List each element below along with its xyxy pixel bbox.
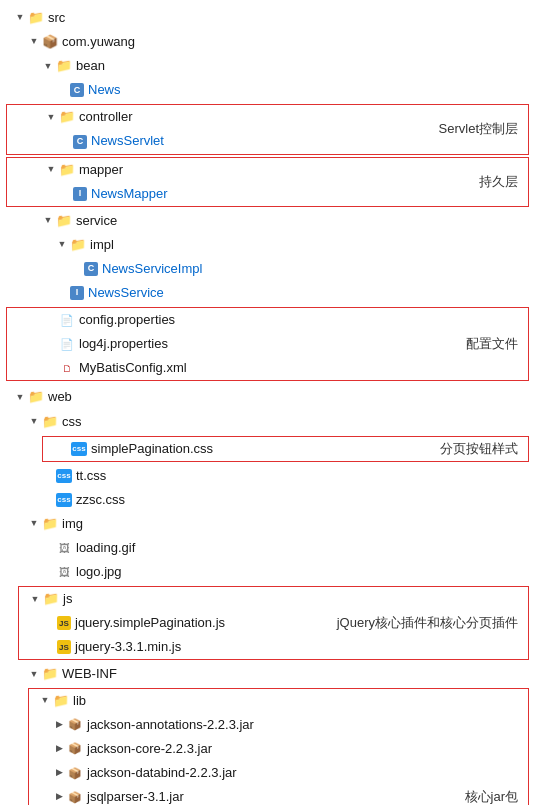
label-jackson-core: jackson-core-2.2.3.jar xyxy=(87,738,212,760)
spacer-ttcss xyxy=(42,468,54,484)
tree-item-js[interactable]: 📁 js xyxy=(19,587,528,611)
tree-item-web[interactable]: 📁 web xyxy=(4,385,531,409)
label-jquerypagination: jquery.simplePagination.js xyxy=(75,612,225,634)
folder-icon-web: 📁 xyxy=(28,389,44,405)
spacer-mbc xyxy=(45,360,57,376)
folder-icon-bean: 📁 xyxy=(56,58,72,74)
tree-item-mapper[interactable]: 📁 mapper xyxy=(7,158,528,182)
folder-icon-webinf: 📁 xyxy=(42,666,58,682)
arrow-img xyxy=(28,516,40,532)
tree-item-jackson-core[interactable]: 📦 jackson-core-2.2.3.jar xyxy=(29,737,528,761)
tree-item-config-props[interactable]: 📄 config.properties xyxy=(7,308,528,332)
controller-group: 📁 controller C NewsServlet Servlet控制层 xyxy=(6,104,529,154)
folder-icon-mapper: 📁 xyxy=(59,162,75,178)
arrow-web xyxy=(14,389,26,405)
tree-item-jackson-annotations[interactable]: 📦 jackson-annotations-2.2.3.jar xyxy=(29,713,528,737)
spacer-nsimpl xyxy=(70,261,82,277)
js-group: 📁 js JS jquery.simplePagination.js JS jq… xyxy=(18,586,529,660)
label-config-props: config.properties xyxy=(79,309,175,331)
spacer-spc xyxy=(57,441,69,457)
lib-group: 📁 lib 📦 jackson-annotations-2.2.3.jar 📦 … xyxy=(28,688,529,805)
arrow-src xyxy=(14,10,26,26)
project-tree: 📁 src 📦 com.yuwang 📁 bean C News 📁 contr… xyxy=(0,0,535,805)
label-src: src xyxy=(48,7,65,29)
folder-icon-lib: 📁 xyxy=(53,693,69,709)
tree-item-simplepagination[interactable]: css simplePagination.css xyxy=(43,437,528,461)
tree-item-img[interactable]: 📁 img xyxy=(4,512,531,536)
label-lib: lib xyxy=(73,690,86,712)
label-controller: controller xyxy=(79,106,132,128)
spacer-news xyxy=(56,82,68,98)
spacer-jq331 xyxy=(43,639,55,655)
tree-item-zzsccss[interactable]: css zzsc.css xyxy=(4,488,531,512)
class-icon-nsimpl: C xyxy=(84,262,98,276)
spacer-newsservlet xyxy=(59,134,71,150)
tree-item-service[interactable]: 📁 service xyxy=(4,209,531,233)
interface-icon-ns: I xyxy=(70,286,84,300)
arrow-impl xyxy=(56,237,68,253)
label-logo: logo.jpg xyxy=(76,561,122,583)
tree-item-jackson-databind[interactable]: 📦 jackson-databind-2.2.3.jar xyxy=(29,761,528,785)
class-icon-news: C xyxy=(70,83,84,97)
tree-item-log4j-props[interactable]: 📄 log4j.properties xyxy=(7,332,528,356)
tree-item-jquery331[interactable]: JS jquery-3.3.1.min.js xyxy=(19,635,528,659)
tree-item-mybatisconfig[interactable]: 🗋 MyBatisConfig.xml xyxy=(7,356,528,380)
tree-item-logo[interactable]: 🖼 logo.jpg xyxy=(4,560,531,584)
spacer-newsmapper xyxy=(59,186,71,202)
jar-icon-jsql: 📦 xyxy=(67,789,83,805)
label-loading: loading.gif xyxy=(76,537,135,559)
jar-icon-ja: 📦 xyxy=(67,717,83,733)
tree-item-loading[interactable]: 🖼 loading.gif xyxy=(4,536,531,560)
tree-item-news[interactable]: C News xyxy=(4,78,531,102)
label-newsservlet: NewsServlet xyxy=(91,130,164,152)
arrow-css xyxy=(28,414,40,430)
label-mapper: mapper xyxy=(79,159,123,181)
props-icon-config: 📄 xyxy=(59,312,75,328)
label-impl: impl xyxy=(90,234,114,256)
folder-icon-src: 📁 xyxy=(28,10,44,26)
jar-icon-jd: 📦 xyxy=(67,765,83,781)
tree-item-jquerypagination[interactable]: JS jquery.simplePagination.js xyxy=(19,611,528,635)
label-jquery331: jquery-3.3.1.min.js xyxy=(75,636,181,658)
tree-item-bean[interactable]: 📁 bean xyxy=(4,54,531,78)
mapper-group: 📁 mapper I NewsMapper 持久层 xyxy=(6,157,529,207)
tree-item-newsserviceimpl[interactable]: C NewsServiceImpl xyxy=(4,257,531,281)
arrow-jc xyxy=(53,741,65,757)
interface-icon-newsmapper: I xyxy=(73,187,87,201)
tree-item-com-yuwang[interactable]: 📦 com.yuwang xyxy=(4,30,531,54)
label-js: js xyxy=(63,588,72,610)
tree-item-css[interactable]: 📁 css xyxy=(4,410,531,434)
js-icon-jquery331: JS xyxy=(57,640,71,654)
label-newsserviceimpl: NewsServiceImpl xyxy=(102,258,202,280)
tree-item-newsservlet[interactable]: C NewsServlet xyxy=(7,129,528,153)
tree-item-jsqlparser[interactable]: 📦 jsqlparser-3.1.jar xyxy=(29,785,528,805)
arrow-lib xyxy=(39,693,51,709)
tree-item-newsmapper[interactable]: I NewsMapper xyxy=(7,182,528,206)
tree-item-controller[interactable]: 📁 controller xyxy=(7,105,528,129)
props-icon-log4j: 📄 xyxy=(59,336,75,352)
spacer-ns xyxy=(56,285,68,301)
folder-icon-impl: 📁 xyxy=(70,237,86,253)
label-jsqlparser: jsqlparser-3.1.jar xyxy=(87,786,184,805)
label-newsmapper: NewsMapper xyxy=(91,183,168,205)
label-bean: bean xyxy=(76,55,105,77)
arrow-service xyxy=(42,213,54,229)
css-icon-simplepagination: css xyxy=(71,442,87,456)
label-img: img xyxy=(62,513,83,535)
jpg-icon-logo: 🖼 xyxy=(56,564,72,580)
tree-item-impl[interactable]: 📁 impl xyxy=(4,233,531,257)
arrow-js xyxy=(29,591,41,607)
tree-item-src[interactable]: 📁 src xyxy=(4,6,531,30)
folder-icon-img: 📁 xyxy=(42,516,58,532)
arrow-jsql xyxy=(53,789,65,805)
js-icon-jquerypagination: JS xyxy=(57,616,71,630)
label-news: News xyxy=(88,79,121,101)
label-log4j-props: log4j.properties xyxy=(79,333,168,355)
tree-item-newsservice[interactable]: I NewsService xyxy=(4,281,531,305)
tree-item-ttcss[interactable]: css tt.css xyxy=(4,464,531,488)
label-jackson-annotations: jackson-annotations-2.2.3.jar xyxy=(87,714,254,736)
css-icon-tt: css xyxy=(56,469,72,483)
tree-item-lib[interactable]: 📁 lib xyxy=(29,689,528,713)
tree-item-webinf[interactable]: 📁 WEB-INF xyxy=(4,662,531,686)
spacer-logo xyxy=(42,564,54,580)
